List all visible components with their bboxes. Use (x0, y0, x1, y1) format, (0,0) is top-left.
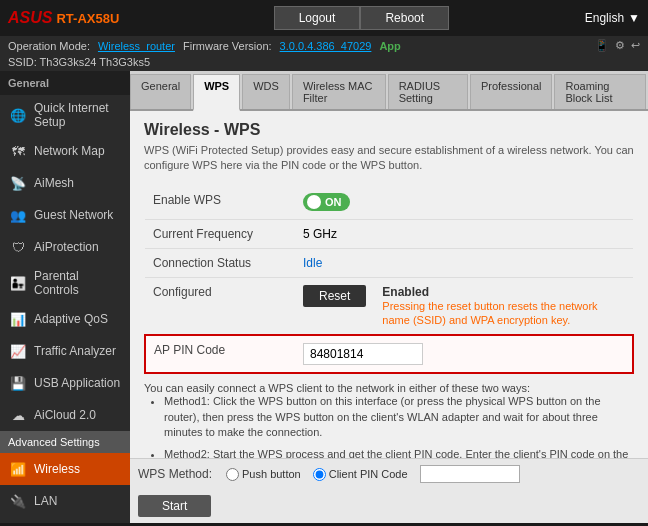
main-layout: General 🌐 Quick Internet Setup 🗺 Network… (0, 71, 648, 523)
frequency-value: 5 GHz (295, 219, 633, 248)
push-button-option[interactable]: Push button (226, 468, 301, 481)
logo-area: ASUS RT-AX58U (8, 9, 138, 27)
reset-button[interactable]: Reset (303, 285, 366, 307)
sidebar-general-header: General (0, 71, 130, 95)
sidebar: General 🌐 Quick Internet Setup 🗺 Network… (0, 71, 130, 523)
tab-general[interactable]: General (130, 74, 191, 109)
ap-pin-code-label: AP PIN Code (145, 335, 295, 373)
sidebar-item-aiprotection[interactable]: 🛡 AiProtection (0, 231, 130, 263)
frequency-label: Current Frequency (145, 219, 295, 248)
wireless-icon: 📶 (8, 459, 28, 479)
logout-button[interactable]: Logout (274, 6, 361, 30)
connection-status-value: Idle (295, 248, 633, 277)
aicloud-icon: ☁ (8, 405, 28, 425)
nav-buttons: Logout Reboot (138, 6, 585, 30)
configured-label: Configured (145, 277, 295, 335)
wps-toggle[interactable]: ON (303, 193, 350, 211)
operation-bar: Operation Mode: Wireless_router Firmware… (0, 36, 648, 55)
status-idle: Idle (303, 256, 322, 270)
wps-method-bar: WPS Method: Push button Client PIN Code (130, 458, 648, 489)
tab-roaming-block-list[interactable]: Roaming Block List (554, 74, 646, 109)
sidebar-label-quick-internet: Quick Internet Setup (34, 101, 122, 129)
tab-bar: General WPS WDS Wireless MAC Filter RADI… (130, 71, 648, 111)
aiprotection-icon: 🛡 (8, 237, 28, 257)
firmware-link[interactable]: 3.0.0.4.386_47029 (280, 40, 372, 52)
sidebar-item-usb-application[interactable]: 💾 USB Application (0, 367, 130, 399)
client-pin-radio[interactable] (313, 468, 326, 481)
sidebar-label-aiprotection: AiProtection (34, 240, 99, 254)
sidebar-label-aicloud: AiCloud 2.0 (34, 408, 96, 422)
toggle-circle (307, 195, 321, 209)
sidebar-label-traffic-analyzer: Traffic Analyzer (34, 344, 116, 358)
connection-status-row: Connection Status Idle (145, 248, 633, 277)
methods-list: You can easily connect a WPS client to t… (144, 374, 634, 458)
push-button-radio[interactable] (226, 468, 239, 481)
lan-icon: 🔌 (8, 491, 28, 511)
client-pin-option[interactable]: Client PIN Code (313, 468, 408, 481)
sidebar-label-usb-application: USB Application (34, 376, 120, 390)
ap-pin-code-row: AP PIN Code (145, 335, 633, 373)
client-pin-label: Client PIN Code (329, 468, 408, 480)
sidebar-label-guest-network: Guest Network (34, 208, 113, 222)
app-badge: App (379, 40, 400, 52)
language-label: English (585, 11, 624, 25)
sidebar-item-aimesh[interactable]: 📡 AiMesh (0, 167, 130, 199)
sidebar-item-network-map[interactable]: 🗺 Network Map (0, 135, 130, 167)
enabled-text: Enabled (382, 285, 625, 299)
sidebar-item-lan[interactable]: 🔌 LAN (0, 485, 130, 517)
usb-application-icon: 💾 (8, 373, 28, 393)
op-mode-link[interactable]: Wireless_router (98, 40, 175, 52)
icon-bar: 📱 ⚙ ↩ (595, 39, 640, 52)
toggle-label: ON (325, 196, 342, 208)
wps-method-label: WPS Method: (138, 467, 218, 481)
ssid-value: Th3G3ks24 Th3G3ks5 (40, 56, 150, 68)
sidebar-item-wireless[interactable]: 📶 Wireless (0, 453, 130, 485)
sidebar-item-traffic-analyzer[interactable]: 📈 Traffic Analyzer (0, 335, 130, 367)
main-content: General WPS WDS Wireless MAC Filter RADI… (130, 71, 648, 523)
ap-pin-code-input[interactable] (303, 343, 423, 365)
language-selector[interactable]: English ▼ (585, 11, 640, 25)
start-button[interactable]: Start (138, 495, 211, 517)
ap-pin-code-value[interactable] (295, 335, 633, 373)
method1-item: Method1: Click the WPS button on this in… (164, 394, 634, 440)
sidebar-item-aicloud[interactable]: ☁ AiCloud 2.0 (0, 399, 130, 431)
connection-status-label: Connection Status (145, 248, 295, 277)
sidebar-item-wan[interactable]: 🌍 WAN (0, 517, 130, 523)
enable-wps-value[interactable]: ON (295, 186, 633, 220)
asus-logo: ASUS (8, 9, 52, 27)
ssid-bar: SSID: Th3G3ks24 Th3G3ks5 (0, 55, 648, 71)
tab-radius-setting[interactable]: RADIUS Setting (388, 74, 468, 109)
client-pin-input[interactable] (420, 465, 520, 483)
sidebar-label-aimesh: AiMesh (34, 176, 74, 190)
sidebar-label-adaptive-qos: Adaptive QoS (34, 312, 108, 326)
tab-wireless-mac-filter[interactable]: Wireless MAC Filter (292, 74, 386, 109)
network-map-icon: 🗺 (8, 141, 28, 161)
enable-wps-label: Enable WPS (145, 186, 295, 220)
ssid-label: SSID: (8, 56, 37, 68)
phone-icon: 📱 (595, 39, 609, 52)
sidebar-label-parental-controls: Parental Controls (34, 269, 122, 297)
chevron-down-icon: ▼ (628, 11, 640, 25)
frequency-row: Current Frequency 5 GHz (145, 219, 633, 248)
sidebar-label-network-map: Network Map (34, 144, 105, 158)
quick-internet-icon: 🌐 (8, 105, 28, 125)
logout-icon: ↩ (631, 39, 640, 52)
guest-network-icon: 👥 (8, 205, 28, 225)
tab-wps[interactable]: WPS (193, 74, 240, 111)
model-name: RT-AX58U (56, 11, 119, 26)
firmware-label: Firmware Version: (183, 40, 272, 52)
adaptive-qos-icon: 📊 (8, 309, 28, 329)
tab-wds[interactable]: WDS (242, 74, 290, 109)
wps-content: Wireless - WPS WPS (WiFi Protected Setup… (130, 111, 648, 458)
reboot-button[interactable]: Reboot (360, 6, 449, 30)
op-mode-label: Operation Mode: (8, 40, 90, 52)
push-button-label: Push button (242, 468, 301, 480)
sidebar-item-quick-internet-setup[interactable]: 🌐 Quick Internet Setup (0, 95, 130, 135)
sidebar-item-adaptive-qos[interactable]: 📊 Adaptive QoS (0, 303, 130, 335)
page-description: WPS (WiFi Protected Setup) provides easy… (144, 143, 634, 174)
sidebar-item-guest-network[interactable]: 👥 Guest Network (0, 199, 130, 231)
sidebar-item-parental-controls[interactable]: 👨‍👧 Parental Controls (0, 263, 130, 303)
methods-intro: You can easily connect a WPS client to t… (144, 382, 634, 394)
tab-professional[interactable]: Professional (470, 74, 553, 109)
aimesh-icon: 📡 (8, 173, 28, 193)
